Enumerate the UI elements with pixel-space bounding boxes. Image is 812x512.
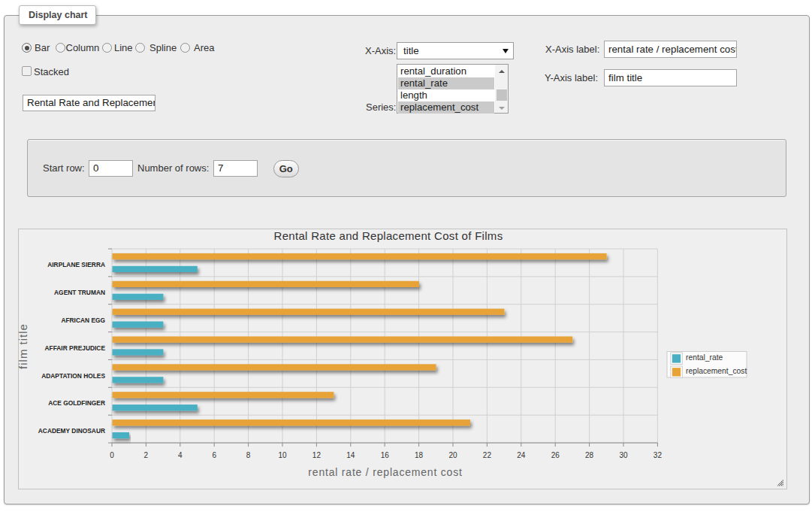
svg-text:4: 4 [178, 451, 183, 459]
svg-text:film title: film title [18, 323, 29, 369]
svg-text:32: 32 [654, 451, 663, 459]
svg-text:8: 8 [246, 451, 251, 459]
svg-text:AFFAIR PREJUDICE: AFFAIR PREJUDICE [44, 344, 105, 352]
svg-text:16: 16 [381, 451, 390, 459]
svg-text:2: 2 [144, 451, 149, 459]
svg-text:AGENT TRUMAN: AGENT TRUMAN [54, 289, 105, 296]
svg-text:22: 22 [483, 451, 492, 459]
svg-text:12: 12 [312, 451, 321, 459]
svg-text:6: 6 [212, 451, 216, 459]
svg-text:AIRPLANE SIERRA: AIRPLANE SIERRA [47, 261, 105, 268]
svg-text:ADAPTATION HOLES: ADAPTATION HOLES [41, 372, 105, 380]
svg-text:AFRICAN EGG: AFRICAN EGG [61, 317, 105, 324]
svg-text:14: 14 [346, 451, 355, 459]
svg-text:replacement_cost: replacement_cost [686, 367, 747, 375]
svg-text:18: 18 [415, 451, 424, 459]
svg-text:30: 30 [619, 451, 628, 459]
svg-text:rental_rate: rental_rate [686, 353, 723, 362]
svg-text:26: 26 [551, 451, 560, 459]
svg-text:28: 28 [585, 451, 594, 459]
svg-text:ACE GOLDFINGER: ACE GOLDFINGER [48, 399, 105, 407]
svg-text:ACADEMY DINOSAUR: ACADEMY DINOSAUR [38, 427, 105, 435]
svg-text:Rental Rate and Replacement Co: Rental Rate and Replacement Cost of Film… [274, 229, 503, 242]
svg-text:10: 10 [278, 451, 287, 459]
svg-text:rental rate / replacement cost: rental rate / replacement cost [308, 466, 462, 478]
svg-text:0: 0 [110, 451, 114, 459]
svg-text:24: 24 [517, 451, 526, 459]
svg-text:20: 20 [448, 451, 457, 459]
